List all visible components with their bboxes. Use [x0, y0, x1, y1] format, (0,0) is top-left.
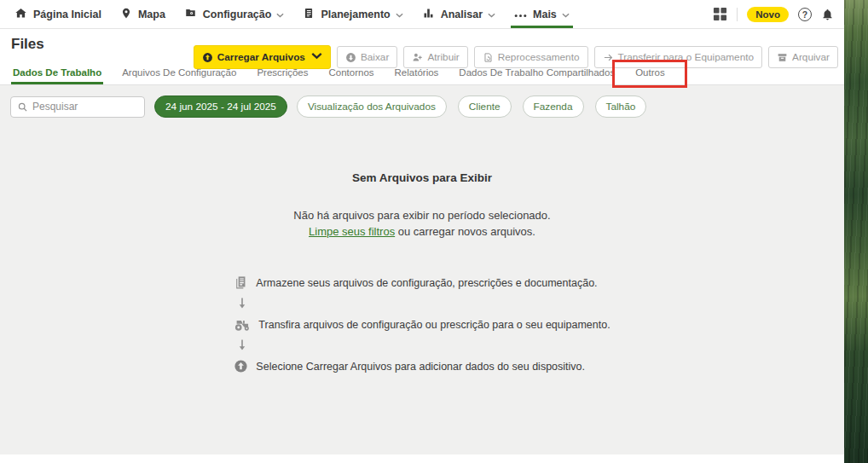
search-input[interactable]	[32, 101, 138, 113]
nav-label: Analisar	[441, 9, 483, 20]
upload-circle-icon	[234, 359, 248, 373]
top-navigation: Página Inicial Mapa Configuração Planeja…	[0, 0, 844, 29]
tab-relatorios[interactable]: Relatórios	[393, 63, 441, 84]
nav-label: Página Inicial	[33, 9, 101, 20]
search-icon	[17, 101, 28, 113]
bar-chart-icon	[422, 7, 435, 22]
chevron-down-icon	[396, 9, 403, 20]
down-arrow-icon	[235, 296, 610, 311]
filter-talhao[interactable]: Talhão	[595, 95, 647, 118]
nav-label: Planejamento	[321, 9, 390, 20]
arrow-right-icon	[603, 52, 614, 63]
button-label: Atribuir	[427, 51, 459, 63]
step-text: Transfira arquivos de configuração ou pr…	[258, 319, 610, 331]
files-content: 24 jun 2025 - 24 jul 2025 Visualização d…	[0, 85, 844, 454]
page-header: Files Carregar Arquivos Baixar	[0, 29, 844, 85]
nav-analisar[interactable]: Analisar	[413, 0, 505, 28]
empty-state: Sem Arquivos para Exibir Não há arquivos…	[0, 171, 844, 240]
button-label: Arquivar	[792, 51, 830, 63]
filter-visualizacao-arquivados[interactable]: Visualização dos Arquivados	[297, 95, 447, 118]
filter-cliente[interactable]: Cliente	[458, 95, 512, 118]
date-range-filter[interactable]: 24 jun 2025 - 24 jul 2025	[154, 95, 287, 118]
nav-planejamento[interactable]: Planejamento	[293, 0, 412, 28]
reprocess-doc-icon	[483, 52, 494, 63]
chevron-down-icon	[276, 9, 284, 20]
tab-contornos[interactable]: Contornos	[327, 63, 376, 84]
nav-mapa[interactable]: Mapa	[111, 0, 175, 28]
topnav-right: Novo ?	[713, 0, 839, 28]
divider	[737, 8, 738, 21]
page-title: Files	[11, 36, 44, 53]
app-launcher-grid-icon[interactable]	[713, 7, 727, 21]
down-arrow-icon	[235, 338, 610, 353]
empty-state-line1: Não há arquivos para exibir no período s…	[293, 209, 550, 222]
files-tabs: Dados De Trabalho Arquivos De Configuraç…	[11, 63, 667, 84]
tractor-icon	[234, 317, 251, 332]
limpar-filtros-link[interactable]: Limpe seus filtros	[309, 225, 395, 238]
map-pin-icon	[120, 7, 132, 22]
documents-icon	[234, 275, 248, 290]
tab-label: Outros	[635, 67, 665, 78]
tab-prescricoes[interactable]: Prescrições	[255, 63, 310, 84]
tab-dados-de-trabalho-compartilhados[interactable]: Dados De Trabalho Compartilhados	[457, 63, 616, 84]
novo-badge[interactable]: Novo	[747, 7, 789, 22]
chevron-down-icon	[311, 50, 322, 64]
archive-box-icon	[777, 52, 788, 63]
app-window: Página Inicial Mapa Configuração Planeja…	[0, 0, 844, 463]
download-circle-icon	[345, 52, 356, 63]
tab-outros[interactable]: Outros	[634, 63, 667, 84]
step-armazenar: Armazene seus arquivos de configuração, …	[234, 275, 610, 290]
nav-label: Configuração	[203, 9, 272, 20]
chevron-down-icon	[488, 9, 495, 20]
tab-arquivos-de-configuracao[interactable]: Arquivos De Configuração	[120, 63, 238, 84]
button-label: Carregar Arquivos	[217, 51, 305, 63]
button-label: Baixar	[361, 51, 389, 63]
search-box[interactable]	[10, 96, 145, 118]
arquivar-button[interactable]: Arquivar	[768, 46, 838, 68]
help-icon[interactable]: ?	[798, 8, 812, 21]
filter-fazenda[interactable]: Fazenda	[523, 95, 584, 118]
tab-dados-de-trabalho[interactable]: Dados De Trabalho	[11, 63, 103, 84]
empty-state-message: Não há arquivos para exibir no período s…	[0, 207, 844, 240]
upload-circle-icon	[202, 52, 213, 63]
chevron-down-icon	[562, 9, 570, 20]
step-text: Armazene seus arquivos de configuração, …	[256, 277, 597, 289]
nav-configuracao[interactable]: Configuração	[175, 0, 294, 28]
notifications-bell-icon[interactable]	[821, 8, 834, 21]
empty-state-line2-rest: ou carregar novos arquivos.	[395, 225, 535, 238]
filter-bar: 24 jun 2025 - 24 jul 2025 Visualização d…	[0, 85, 844, 118]
step-transferir: Transfira arquivos de configuração ou pr…	[234, 317, 610, 332]
home-icon	[14, 7, 27, 22]
step-carregar: Selecione Carregar Arquivos para adicion…	[234, 359, 610, 373]
folder-icon	[184, 7, 197, 21]
ellipsis-icon	[514, 9, 527, 20]
button-label: Transferir para o Equipamento	[618, 51, 755, 63]
nav-label: Mais	[533, 9, 557, 20]
nav-pagina-inicial[interactable]: Página Inicial	[5, 0, 111, 28]
assign-person-icon	[412, 52, 423, 63]
planner-icon	[303, 7, 315, 22]
nav-mais[interactable]: Mais	[505, 0, 579, 28]
empty-state-title: Sem Arquivos para Exibir	[0, 171, 844, 184]
desktop-background-photo	[844, 0, 868, 463]
button-label: Reprocessamento	[498, 51, 580, 63]
onboarding-steps: Armazene seus arquivos de configuração, …	[234, 275, 610, 373]
nav-label: Mapa	[138, 9, 165, 20]
step-text: Selecione Carregar Arquivos para adicion…	[256, 361, 585, 373]
